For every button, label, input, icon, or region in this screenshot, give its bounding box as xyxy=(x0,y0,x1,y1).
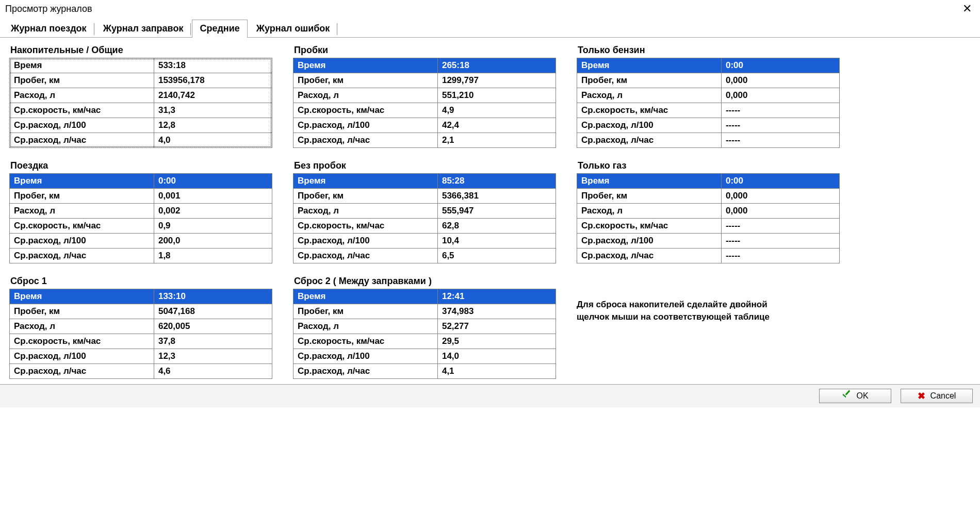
row-value: 85:28 xyxy=(437,174,556,189)
row-value: 555,947 xyxy=(437,204,556,219)
row-label-chr: Ср.расход, л/час xyxy=(293,364,438,379)
section-nojams[interactable]: Без пробок Время85:28 Пробег, км5366,381… xyxy=(293,160,556,263)
row-value: 2140,742 xyxy=(154,88,272,103)
row-label-fuel: Расход, л xyxy=(293,319,438,334)
row-value: 5047,168 xyxy=(154,304,272,319)
row-value: ----- xyxy=(721,133,839,148)
row-value: 42,4 xyxy=(437,118,556,133)
section-gas[interactable]: Только газ Время0:00 Пробег, км0,000 Рас… xyxy=(577,160,840,263)
row-value: 200,0 xyxy=(154,234,272,249)
section-title: Поездка xyxy=(10,160,272,171)
window-title: Просмотр журналов xyxy=(5,4,92,14)
row-label-c100: Ср.расход, л/100 xyxy=(293,118,438,133)
row-value: 0:00 xyxy=(721,58,839,73)
row-label-chr: Ср.расход, л/час xyxy=(293,249,438,263)
tab-content: Накопительные / Общие Время533:18 Пробег… xyxy=(0,38,980,384)
row-value: 4,1 xyxy=(437,364,556,379)
row-value: 37,8 xyxy=(154,334,272,349)
row-value: 1299,797 xyxy=(437,73,556,88)
row-value: ----- xyxy=(721,103,839,118)
row-label-speed: Ср.скорость, км/час xyxy=(293,219,438,234)
tab-errors[interactable]: Журнал ошибок xyxy=(249,20,338,37)
row-value: 31,3 xyxy=(154,103,272,118)
row-value: 0:00 xyxy=(154,174,272,189)
tab-strip: Журнал поездок Журнал заправок Средние Ж… xyxy=(0,16,980,38)
table-petrol[interactable]: Время0:00 Пробег, км0,000 Расход, л0,000… xyxy=(577,58,840,148)
section-jams[interactable]: Пробки Время265:18 Пробег, км1299,797 Ра… xyxy=(293,45,556,148)
row-value: 12,8 xyxy=(154,118,272,133)
row-label-dist: Пробег, км xyxy=(10,73,154,88)
tab-refuels[interactable]: Журнал заправок xyxy=(95,20,191,37)
row-label-c100: Ср.расход, л/100 xyxy=(577,118,722,133)
row-label-speed: Ср.скорость, км/час xyxy=(577,219,722,234)
section-reset1[interactable]: Сброс 1 Время133:10 Пробег, км5047,168 Р… xyxy=(9,276,272,379)
section-reset2[interactable]: Сброс 2 ( Между заправками ) Время12:41 … xyxy=(293,276,556,379)
table-reset1[interactable]: Время133:10 Пробег, км5047,168 Расход, л… xyxy=(9,289,272,379)
check-icon xyxy=(842,392,851,400)
section-trip[interactable]: Поездка Время0:00 Пробег, км0,001 Расход… xyxy=(9,160,272,263)
row-value: 620,005 xyxy=(154,319,272,334)
section-title: Без пробок xyxy=(294,160,556,171)
table-jams[interactable]: Время265:18 Пробег, км1299,797 Расход, л… xyxy=(293,58,556,148)
tab-averages[interactable]: Средние xyxy=(192,20,247,38)
row-label-time: Время xyxy=(10,58,154,73)
row-label-chr: Ср.расход, л/час xyxy=(577,249,722,263)
row-label-dist: Пробег, км xyxy=(293,73,438,88)
cross-icon: ✖ xyxy=(918,391,925,401)
cancel-label: Cancel xyxy=(930,391,956,401)
section-cumulative[interactable]: Накопительные / Общие Время533:18 Пробег… xyxy=(9,45,272,148)
section-title: Пробки xyxy=(294,45,556,56)
row-label-c100: Ср.расход, л/100 xyxy=(10,234,154,249)
row-value: 4,0 xyxy=(154,133,272,148)
section-petrol[interactable]: Только бензин Время0:00 Пробег, км0,000 … xyxy=(577,45,840,148)
row-label-c100: Ср.расход, л/100 xyxy=(10,349,154,364)
table-nojams[interactable]: Время85:28 Пробег, км5366,381 Расход, л5… xyxy=(293,173,556,263)
row-value: 533:18 xyxy=(154,58,272,73)
row-label-time: Время xyxy=(10,289,154,304)
cancel-button[interactable]: ✖ Cancel xyxy=(901,389,973,403)
row-label-chr: Ср.расход, л/час xyxy=(10,133,154,148)
row-label-dist: Пробег, км xyxy=(577,73,722,88)
row-value: 12,3 xyxy=(154,349,272,364)
table-gas[interactable]: Время0:00 Пробег, км0,000 Расход, л0,000… xyxy=(577,173,840,263)
tab-trips[interactable]: Журнал поездок xyxy=(3,20,94,37)
section-title: Только газ xyxy=(578,160,840,171)
row-value: 29,5 xyxy=(437,334,556,349)
row-value: 10,4 xyxy=(437,234,556,249)
row-value: 133:10 xyxy=(154,289,272,304)
row-label-chr: Ср.расход, л/час xyxy=(577,133,722,148)
row-label-speed: Ср.скорость, км/час xyxy=(293,103,438,118)
row-value: 0,9 xyxy=(154,219,272,234)
row-label-time: Время xyxy=(293,289,438,304)
close-icon[interactable]: ✕ xyxy=(959,2,975,15)
section-title: Сброс 2 ( Между заправками ) xyxy=(294,276,556,287)
row-value: 4,9 xyxy=(437,103,556,118)
row-label-time: Время xyxy=(10,174,154,189)
ok-label: OK xyxy=(856,391,868,401)
row-value: 0,000 xyxy=(721,204,839,219)
row-label-fuel: Расход, л xyxy=(10,88,154,103)
row-label-speed: Ср.скорость, км/час xyxy=(10,334,154,349)
row-label-dist: Пробег, км xyxy=(293,304,438,319)
section-title: Накопительные / Общие xyxy=(10,45,272,56)
section-title: Сброс 1 xyxy=(10,276,272,287)
row-value: 6,5 xyxy=(437,249,556,263)
titlebar: Просмотр журналов ✕ xyxy=(0,0,980,16)
row-value: ----- xyxy=(721,234,839,249)
row-label-time: Время xyxy=(293,58,438,73)
ok-button[interactable]: OK xyxy=(819,389,891,403)
row-value: 14,0 xyxy=(437,349,556,364)
row-value: 4,6 xyxy=(154,364,272,379)
row-label-time: Время xyxy=(293,174,438,189)
row-value: 551,210 xyxy=(437,88,556,103)
row-label-fuel: Расход, л xyxy=(293,88,438,103)
row-label-dist: Пробег, км xyxy=(293,189,438,204)
table-trip[interactable]: Время0:00 Пробег, км0,001 Расход, л0,002… xyxy=(9,173,272,263)
row-label-fuel: Расход, л xyxy=(10,204,154,219)
table-cumulative[interactable]: Время533:18 Пробег, км153956,178 Расход,… xyxy=(9,58,272,148)
table-reset2[interactable]: Время12:41 Пробег, км374,983 Расход, л52… xyxy=(293,289,556,379)
row-value: ----- xyxy=(721,118,839,133)
hint-text: Для сброса накопителей сделайте двойной … xyxy=(577,299,840,323)
row-value: 0:00 xyxy=(721,174,839,189)
column-middle: Пробки Время265:18 Пробег, км1299,797 Ра… xyxy=(293,45,556,379)
